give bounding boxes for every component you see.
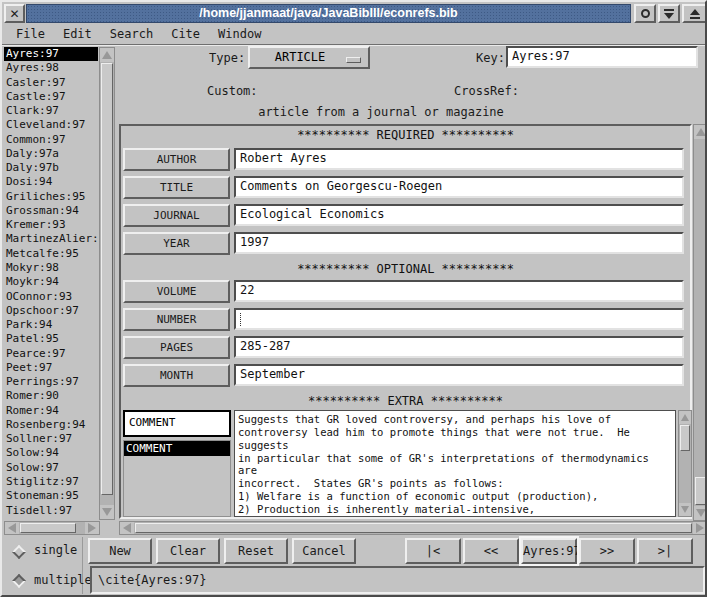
list-item[interactable]: Patel:95 [4,332,98,346]
clear-button[interactable]: Clear [156,538,220,564]
list-item[interactable]: Daly:97b [4,161,98,175]
scrollbar-thumb[interactable] [680,425,690,451]
nav-last-button[interactable]: >| [637,538,693,564]
application-window: ✕ /home/jjanmaat/java/JavaBibIII/econref… [0,0,707,597]
list-item[interactable]: Griliches:95 [4,190,98,204]
list-item[interactable]: OConnor:93 [4,290,98,304]
list-item[interactable]: MartinezAlier:9 [4,232,98,246]
list-item[interactable]: Castle:97 [4,90,98,104]
extra-field-name-input[interactable]: COMMENT [123,410,231,437]
list-item[interactable]: Grossman:94 [4,204,98,218]
menu-search[interactable]: Search [110,27,153,41]
scroll-down-arrow[interactable] [679,503,691,516]
number-field-label[interactable]: NUMBER [123,308,230,331]
nav-next-button[interactable]: >> [579,538,635,564]
menu-window[interactable]: Window [218,27,261,41]
reset-button[interactable]: Reset [224,538,288,564]
scroll-up-arrow[interactable] [694,125,707,139]
author-input[interactable]: Robert Ayres [234,148,684,170]
list-item[interactable]: Park:94 [4,318,98,332]
list-item[interactable]: Metcalfe:95 [4,247,98,261]
scroll-down-arrow[interactable] [100,505,114,519]
window-lower-button[interactable] [658,4,680,23]
comment-textarea[interactable]: Suggests that GR loved controversy, and … [234,410,676,517]
multiple-mode-radio[interactable] [12,574,26,588]
cite-command-field[interactable]: \cite{Ayres:97} [90,566,705,594]
author-field-label[interactable]: AUTHOR [123,148,230,171]
type-label: Type: [209,51,245,65]
list-item[interactable]: COMMENT [124,441,230,456]
list-item[interactable]: Opschoor:97 [4,304,98,318]
journal-field-label[interactable]: JOURNAL [123,204,230,227]
scrollbar-thumb[interactable] [695,477,706,505]
menu-edit[interactable]: Edit [63,27,92,41]
main-vertical-scrollbar[interactable] [693,124,707,521]
new-button[interactable]: New [88,538,152,564]
scroll-down-arrow[interactable] [694,506,707,520]
list-item[interactable]: Dosi:94 [4,175,98,189]
scroll-left-arrow[interactable] [5,522,19,534]
list-item[interactable]: Perrings:97 [4,375,98,389]
year-input[interactable]: 1997 [234,232,684,254]
list-item[interactable]: Solow:97 [4,461,98,475]
list-item[interactable]: Sollner:97 [4,432,98,446]
list-item[interactable]: Stiglitz:97 [4,475,98,489]
scroll-right-arrow[interactable] [693,522,707,534]
month-field-label[interactable]: MONTH [123,364,230,387]
titlebar[interactable]: /home/jjanmaat/java/JavaBibIII/econrefs.… [26,4,631,23]
list-item[interactable]: Casler:97 [4,76,98,90]
list-item[interactable]: Rosenberg:94 [4,418,98,432]
nav-first-button[interactable]: |< [405,538,461,564]
single-mode-radio[interactable] [12,545,26,559]
window-maximize-button[interactable] [682,4,707,23]
menu-cite[interactable]: Cite [171,27,200,41]
list-item[interactable]: Tisdell:97 [4,504,98,518]
number-input[interactable] [234,308,684,330]
scroll-up-arrow[interactable] [100,48,114,62]
list-item[interactable]: Pearce:97 [4,347,98,361]
list-item[interactable]: Mokyr:98 [4,261,98,275]
title-field-label[interactable]: TITLE [123,176,230,199]
list-item[interactable]: Clark:97 [4,104,98,118]
sidebar-horizontal-scrollbar[interactable] [4,521,100,535]
pages-input[interactable]: 285-287 [234,336,684,358]
down-triangle-icon [681,506,689,513]
list-item[interactable]: Common:97 [4,133,98,147]
scroll-up-arrow[interactable] [679,411,691,424]
scroll-left-arrow[interactable] [120,522,134,534]
nav-current-record[interactable]: Ayres:97 [521,538,577,564]
list-item[interactable]: Moykr:94 [4,275,98,289]
list-item[interactable]: Kremer:93 [4,218,98,232]
list-item[interactable]: Cleveland:97 [4,118,98,132]
entry-type-dropdown[interactable]: ARTICLE [248,46,370,69]
list-item[interactable]: Ayres:97 [4,47,98,61]
key-input[interactable]: Ayres:97 [506,46,698,68]
scroll-right-arrow[interactable] [85,522,99,534]
pages-field-label[interactable]: PAGES [123,336,230,359]
textarea-vertical-scrollbar[interactable] [678,410,692,517]
main-horizontal-scrollbar[interactable] [119,521,707,535]
list-item[interactable]: Daly:97a [4,147,98,161]
year-field-label[interactable]: YEAR [123,232,230,255]
journal-input[interactable]: Ecological Economics [234,204,684,226]
list-item[interactable]: Ayres:98 [4,61,98,75]
list-item[interactable]: Romer:94 [4,404,98,418]
scrollbar-thumb[interactable] [20,523,76,533]
window-iconify-button[interactable] [634,4,656,23]
list-item[interactable]: Solow:94 [4,446,98,460]
nav-previous-button[interactable]: << [463,538,519,564]
volume-field-label[interactable]: VOLUME [123,280,230,303]
list-item[interactable]: Stoneman:95 [4,489,98,503]
list-item[interactable]: Romer:90 [4,389,98,403]
window-close-button[interactable]: ✕ [4,4,25,23]
scrollbar-thumb[interactable] [101,63,113,495]
sidebar-vertical-scrollbar[interactable] [99,47,115,520]
cancel-button[interactable]: Cancel [292,538,356,564]
list-item[interactable]: Peet:97 [4,361,98,375]
volume-input[interactable]: 22 [234,280,684,302]
right-triangle-icon [88,523,96,533]
scrollbar-thumb[interactable] [135,523,692,533]
menu-file[interactable]: File [16,27,45,41]
month-input[interactable]: September [234,364,684,386]
title-input[interactable]: Comments on Georgescu-Roegen [234,176,684,198]
